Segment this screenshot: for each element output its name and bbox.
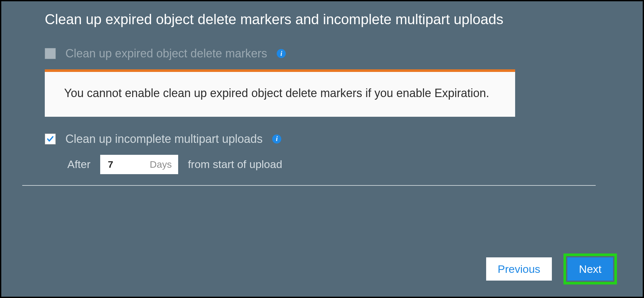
warning-alert: You cannot enable clean up expired objec… xyxy=(45,69,515,117)
multipart-uploads-label: Clean up incomplete multipart uploads xyxy=(65,132,263,146)
lifecycle-cleanup-panel: Clean up expired object delete markers a… xyxy=(0,0,644,298)
footer-buttons: Previous Next xyxy=(486,253,617,284)
previous-button[interactable]: Previous xyxy=(486,257,552,281)
check-icon xyxy=(46,135,54,143)
info-icon[interactable]: i xyxy=(272,134,281,144)
warning-alert-text: You cannot enable clean up expired objec… xyxy=(64,85,496,101)
expired-markers-option-row: Clean up expired object delete markers i xyxy=(45,47,617,60)
info-icon[interactable]: i xyxy=(277,49,286,58)
next-button[interactable]: Next xyxy=(567,257,613,281)
expired-markers-checkbox xyxy=(45,48,56,59)
days-input-wrapper: Days xyxy=(100,155,178,174)
section-divider xyxy=(22,185,596,186)
days-config-row: After Days from start of upload xyxy=(67,155,617,174)
days-input[interactable] xyxy=(108,159,121,170)
days-unit-label: Days xyxy=(150,159,172,170)
after-label: After xyxy=(67,158,91,171)
expired-markers-label: Clean up expired object delete markers xyxy=(65,47,267,60)
multipart-uploads-option-row: Clean up incomplete multipart uploads i xyxy=(45,132,617,146)
section-title: Clean up expired object delete markers a… xyxy=(45,10,528,28)
from-start-label: from start of upload xyxy=(188,158,282,171)
multipart-uploads-checkbox[interactable] xyxy=(45,134,56,144)
next-button-highlight: Next xyxy=(563,253,617,284)
